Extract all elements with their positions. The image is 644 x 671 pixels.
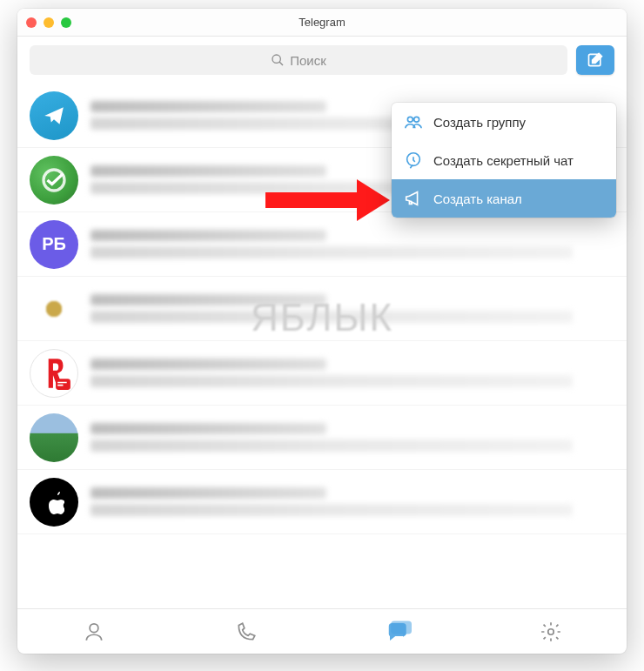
compose-button[interactable]: [576, 45, 614, 75]
tab-calls[interactable]: [229, 614, 264, 649]
chat-preview: [91, 353, 614, 393]
secret-chat-icon: [404, 151, 423, 170]
svg-point-7: [407, 117, 413, 122]
contacts-icon: [83, 621, 105, 643]
avatar: [30, 478, 78, 527]
tab-contacts[interactable]: [77, 614, 111, 649]
window-title: Telegram: [299, 16, 345, 29]
sber-icon: [38, 164, 70, 196]
chats-icon: [386, 619, 412, 645]
chat-item[interactable]: [17, 341, 627, 406]
menu-item-create-channel[interactable]: Создать канал: [392, 179, 616, 218]
group-icon: [404, 112, 423, 131]
phone-icon: [235, 621, 258, 643]
avatar-text: РБ: [42, 234, 66, 254]
bottom-tabs: [17, 608, 627, 654]
search-input[interactable]: Поиск: [30, 45, 567, 75]
menu-item-label: Создать секретный чат: [433, 153, 574, 168]
svg-point-0: [272, 55, 280, 63]
compose-icon: [587, 51, 604, 69]
chat-item[interactable]: [17, 470, 627, 534]
close-window-button[interactable]: [26, 17, 37, 28]
menu-item-create-group[interactable]: Создать группу: [392, 103, 616, 141]
menu-item-label: Создать группу: [433, 115, 526, 130]
menu-item-label: Создать канал: [433, 191, 522, 206]
svg-point-5: [90, 623, 98, 632]
svg-point-6: [547, 628, 553, 634]
search-placeholder: Поиск: [290, 53, 326, 68]
avatar: РБ: [30, 220, 78, 269]
avatar: [30, 349, 78, 398]
chat-item[interactable]: [17, 406, 627, 470]
gear-icon: [540, 621, 562, 643]
svg-line-1: [279, 62, 283, 65]
chat-preview: [91, 482, 614, 521]
tab-chats[interactable]: [381, 614, 416, 649]
avatar: [30, 413, 78, 462]
yandex-icon: [36, 355, 72, 392]
annotation-arrow: [261, 174, 392, 226]
avatar: [30, 285, 78, 333]
menu-item-create-secret-chat[interactable]: Создать секретный чат: [392, 141, 616, 179]
tab-settings[interactable]: [533, 614, 568, 649]
svg-point-8: [414, 117, 419, 122]
avatar: [30, 156, 78, 205]
svg-rect-4: [56, 379, 70, 390]
chat-preview: [91, 289, 614, 328]
telegram-icon: [43, 104, 65, 127]
chat-item[interactable]: [17, 277, 627, 341]
search-row: Поиск: [17, 37, 627, 84]
traffic-lights: [26, 17, 71, 28]
search-icon: [271, 53, 285, 67]
avatar: [30, 91, 78, 140]
apple-icon: [44, 490, 64, 514]
titlebar: Telegram: [17, 9, 627, 37]
chat-preview: [91, 225, 614, 264]
svg-point-3: [44, 170, 64, 191]
chat-preview: [91, 418, 614, 457]
minimize-window-button[interactable]: [44, 17, 54, 28]
megaphone-icon: [404, 189, 423, 208]
compose-menu: Создать группу Создать секретный чат Соз…: [392, 103, 616, 218]
maximize-window-button[interactable]: [61, 17, 71, 28]
